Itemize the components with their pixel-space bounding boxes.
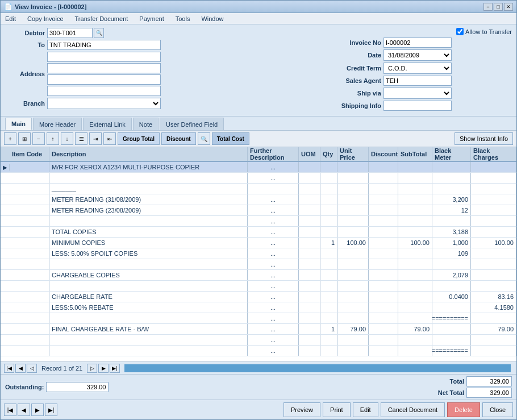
grid-body[interactable]: ▶ M/R FOR XEROX A1234 MULTI-PURPOSE COPI… — [1, 162, 516, 361]
allow-transfer-checkbox[interactable] — [456, 28, 464, 35]
table-row[interactable]: FINAL CHARGEABLE RATE - B/W ... 1 79.00 … — [1, 324, 516, 335]
menu-window[interactable]: Window — [199, 15, 226, 23]
search-button[interactable]: 🔍 — [198, 132, 210, 145]
tab-external-link[interactable]: External Link — [83, 118, 132, 130]
cell-subtotal: 100.00 — [398, 238, 432, 248]
table-row[interactable]: _______ — [1, 184, 516, 194]
title-buttons: − □ ✕ — [483, 3, 513, 11]
to-input[interactable] — [47, 40, 161, 50]
tab-user-defined[interactable]: User Defined Field — [160, 118, 224, 130]
table-row[interactable]: MINIMUM COPIES ... 1 100.00 100.00 1,000… — [1, 238, 516, 248]
cell-further: ... — [248, 205, 299, 215]
credit-term-select[interactable]: C.O.D. — [383, 63, 452, 74]
menu-edit[interactable]: Edit — [3, 15, 18, 23]
close-button[interactable]: Close — [482, 402, 513, 417]
progress-bar — [124, 364, 511, 372]
outstanding-section: Outstanding: 329.00 — [5, 382, 424, 392]
bottom-last-button[interactable]: ▶| — [45, 404, 57, 416]
table-row[interactable]: ... ============= — [1, 313, 516, 324]
bottom-next-button[interactable]: ▶ — [31, 404, 44, 416]
date-select[interactable]: 31/08/2009 — [383, 49, 452, 61]
cell-further: ... — [248, 259, 299, 269]
debtor-search-button[interactable]: 🔍 — [94, 28, 104, 38]
toolbar: + ⊞ − ↑ ↓ ☰ ⇥ ⇤ Group Total Discount 🔍 T… — [1, 131, 516, 147]
add-row-button[interactable]: ⊞ — [18, 132, 31, 145]
add-button[interactable]: + — [4, 132, 16, 145]
menu-copy-invoice[interactable]: Copy Invoice — [25, 15, 66, 23]
tab-main[interactable]: Main — [5, 118, 32, 130]
bottom-first-button[interactable]: |◀ — [4, 404, 16, 416]
delete-button[interactable]: Delete — [447, 402, 480, 417]
table-row[interactable]: TOTAL COPIES ... 3,188 — [1, 227, 516, 238]
table-row[interactable]: CHARGEABLE RATE ... 0.0400 83.16 — [1, 292, 516, 302]
cell-unit-price — [337, 173, 369, 183]
shipping-info-input[interactable] — [383, 101, 452, 111]
nav-prev-button[interactable]: ◀ — [15, 364, 26, 373]
cell-uom — [299, 270, 320, 280]
nav-first-button[interactable]: |◀ — [4, 364, 14, 373]
cell-description: METER READING (23/08/2009) — [49, 205, 248, 215]
remove-button[interactable]: − — [32, 132, 45, 145]
total-cost-button[interactable]: Total Cost — [212, 132, 249, 145]
cancel-document-button[interactable]: Cancel Document — [381, 402, 445, 417]
cell-unit-price — [337, 162, 369, 172]
cell-black-meter — [432, 324, 471, 334]
table-row[interactable]: ... — [1, 259, 516, 270]
cell-item-code — [10, 324, 49, 334]
cell-black-meter: ============= — [432, 346, 471, 356]
table-row[interactable]: METER READING (31/08/2009) ... 3,200 — [1, 194, 516, 205]
table-row[interactable]: ... — [1, 216, 516, 227]
cell-subtotal — [398, 346, 432, 356]
table-row[interactable]: CHARGEABLE COPIES ... 2,079 — [1, 270, 516, 281]
menu-payment[interactable]: Payment — [137, 15, 166, 23]
cell-uom — [299, 259, 320, 269]
table-row[interactable]: ... — [1, 335, 516, 346]
tab-note[interactable]: Note — [133, 118, 159, 130]
down-button[interactable]: ↓ — [61, 132, 73, 145]
table-row[interactable]: METER READING (23/08/2009) ... 12 — [1, 205, 516, 216]
sales-agent-input[interactable] — [383, 76, 452, 86]
discount-button[interactable]: Discount — [161, 132, 196, 145]
close-window-button[interactable]: ✕ — [504, 3, 513, 11]
cell-further: ... — [248, 292, 299, 302]
table-row[interactable]: ... ============= — [1, 346, 516, 356]
print-button[interactable]: Print — [323, 402, 351, 417]
cell-description: LESS:5.00% REBATE — [49, 302, 248, 313]
bottom-prev-button[interactable]: ◀ — [18, 404, 30, 416]
tab-more-header[interactable]: More Header — [33, 118, 82, 130]
edit-button[interactable]: Edit — [353, 402, 378, 417]
show-instant-info-button[interactable]: Show Instant Info — [455, 132, 513, 145]
table-row[interactable]: LESS: 5.00% SPOILT COPIES ... 109 — [1, 248, 516, 259]
nav-fwd-button[interactable]: ▷ — [87, 364, 97, 373]
indent-button[interactable]: ⇥ — [89, 132, 102, 145]
maximize-button[interactable]: □ — [494, 3, 503, 11]
branch-select[interactable] — [47, 98, 161, 109]
ship-via-select[interactable] — [383, 88, 452, 99]
table-row[interactable]: ... — [1, 173, 516, 184]
outdent-button[interactable]: ⇤ — [103, 132, 116, 145]
address-line-1[interactable] — [47, 52, 161, 62]
list-button[interactable]: ☰ — [75, 132, 87, 145]
address-line-4[interactable] — [47, 86, 161, 96]
cell-further: ... — [248, 216, 299, 226]
cell-black-meter — [432, 281, 471, 291]
debtor-label: Debtor — [5, 30, 45, 36]
menu-tools[interactable]: Tools — [173, 15, 193, 23]
debtor-input[interactable] — [47, 28, 93, 38]
nav-back-button[interactable]: ◁ — [27, 364, 37, 373]
table-row[interactable]: LESS:5.00% REBATE ... 4.1580 — [1, 302, 516, 313]
minimize-button[interactable]: − — [483, 3, 493, 11]
menu-transfer-document[interactable]: Transfer Document — [73, 15, 131, 23]
address-line-3[interactable] — [47, 74, 161, 85]
group-total-button[interactable]: Group Total — [118, 132, 160, 145]
preview-button[interactable]: Preview — [283, 402, 320, 417]
table-row[interactable]: ... — [1, 281, 516, 292]
cell-qty — [320, 194, 337, 205]
nav-last-button[interactable]: ▶| — [110, 364, 120, 373]
table-row[interactable]: ▶ M/R FOR XEROX A1234 MULTI-PURPOSE COPI… — [1, 162, 516, 173]
invoice-no-input[interactable] — [383, 38, 452, 48]
nav-next-button[interactable]: ▶ — [98, 364, 109, 373]
address-line-2[interactable] — [47, 63, 161, 73]
up-button[interactable]: ↑ — [47, 132, 59, 145]
cell-qty — [320, 270, 337, 280]
